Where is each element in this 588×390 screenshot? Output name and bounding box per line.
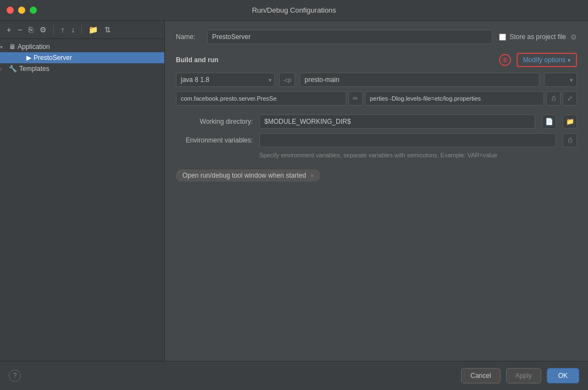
tree-item-prestoserver[interactable]: ▶ PrestoServer bbox=[0, 52, 164, 63]
prestoserver-icon: ▶ bbox=[26, 54, 31, 62]
last-select-wrapper bbox=[544, 73, 577, 87]
modify-options-button[interactable]: Modify options ▾ bbox=[517, 53, 577, 67]
name-input[interactable] bbox=[207, 30, 492, 44]
tag-chip-close-button[interactable]: × bbox=[310, 172, 314, 179]
minimize-button[interactable] bbox=[18, 7, 25, 14]
working-directory-row: Working directory: 📄 📁 bbox=[176, 114, 577, 129]
application-label: Application bbox=[18, 43, 50, 51]
expand-icon-application: ▾ bbox=[0, 44, 9, 50]
maximize-button[interactable] bbox=[30, 7, 37, 14]
tag-chip-container: Open run/debug tool window when started … bbox=[176, 164, 577, 182]
window-title: Run/Debug Configurations bbox=[252, 6, 336, 14]
working-directory-input[interactable] bbox=[259, 114, 535, 129]
working-dir-folder-icon[interactable]: 📁 bbox=[563, 114, 577, 129]
env-edit-icon[interactable]: ⎙ bbox=[563, 133, 577, 147]
section-right: ① Modify options ▾ bbox=[499, 53, 577, 67]
move-down-button[interactable]: ↓ bbox=[69, 24, 77, 35]
store-project-row: Store as project file ⚙ bbox=[499, 33, 577, 41]
env-variables-row: Environment variables: ⎙ bbox=[176, 133, 577, 147]
store-project-label: Store as project file bbox=[509, 33, 566, 41]
tag-chip-label: Open run/debug tool window when started bbox=[182, 172, 306, 179]
name-row: Name: Store as project file ⚙ bbox=[176, 30, 577, 44]
working-dir-browse-icon[interactable]: 📄 bbox=[542, 114, 556, 129]
cp-badge: -cp bbox=[279, 73, 295, 87]
chevron-down-icon: ▾ bbox=[568, 57, 570, 63]
title-bar: Run/Debug Configurations bbox=[0, 0, 588, 21]
numbered-badge: ① bbox=[499, 54, 511, 66]
vm-edit-icon[interactable]: ⎙ bbox=[546, 91, 561, 106]
tree-item-application[interactable]: ▾ 🖥 Application bbox=[0, 41, 164, 52]
tag-chip: Open run/debug tool window when started … bbox=[176, 169, 320, 182]
toolbar-separator-1 bbox=[53, 25, 54, 34]
folder-button[interactable]: 📁 bbox=[86, 24, 100, 35]
modify-options-label: Modify options bbox=[523, 56, 565, 64]
last-select[interactable] bbox=[544, 73, 577, 87]
build-run-title: Build and run bbox=[176, 56, 218, 64]
vm-options-input[interactable] bbox=[365, 91, 544, 106]
prestoserver-label: PrestoServer bbox=[34, 54, 72, 62]
java-select-row: java 8 1.8 -cp bbox=[176, 73, 577, 87]
module-class-row: ✏ ⎙ ⤢ bbox=[176, 91, 577, 106]
sort-button[interactable]: ⇅ bbox=[102, 24, 113, 35]
toolbar-separator-2 bbox=[81, 25, 82, 34]
sidebar-tree: ▾ 🖥 Application ▶ PrestoServer › 🔧 Templ… bbox=[0, 39, 164, 390]
vm-expand-icon[interactable]: ⤢ bbox=[563, 91, 577, 106]
remove-config-button[interactable]: − bbox=[15, 24, 24, 35]
env-variables-label: Environment variables: bbox=[176, 136, 253, 144]
java-select[interactable]: java 8 1.8 bbox=[176, 73, 275, 87]
main-container: + − ⎘ ⚙ ↑ ↓ 📁 ⇅ ▾ 🖥 Application ▶ Presto… bbox=[0, 21, 588, 390]
expand-icon-templates: › bbox=[0, 66, 9, 72]
content-area: Name: Store as project file ⚙ Build and … bbox=[165, 21, 588, 390]
store-project-checkbox[interactable] bbox=[499, 34, 506, 41]
bottom-bar: ? Cancel Apply OK bbox=[0, 361, 588, 390]
cancel-button[interactable]: Cancel bbox=[461, 368, 500, 383]
store-settings-icon[interactable]: ⚙ bbox=[570, 33, 577, 41]
ok-button[interactable]: OK bbox=[547, 368, 579, 383]
window-controls bbox=[7, 7, 37, 14]
sidebar-toolbar: + − ⎘ ⚙ ↑ ↓ 📁 ⇅ bbox=[0, 21, 164, 39]
copy-config-button[interactable]: ⎘ bbox=[26, 24, 35, 35]
tree-item-templates[interactable]: › 🔧 Templates bbox=[0, 63, 164, 74]
add-config-button[interactable]: + bbox=[4, 24, 13, 35]
working-directory-label: Working directory: bbox=[176, 118, 253, 125]
apply-button[interactable]: Apply bbox=[506, 368, 541, 383]
close-button[interactable] bbox=[7, 7, 14, 14]
bottom-left: ? bbox=[9, 370, 21, 382]
build-run-section-header: Build and run ① Modify options ▾ bbox=[176, 53, 577, 67]
module-edit-icon[interactable]: ✏ bbox=[348, 91, 363, 106]
env-variables-input[interactable] bbox=[259, 133, 556, 147]
module-class-input[interactable] bbox=[176, 91, 346, 106]
templates-label: Templates bbox=[19, 65, 49, 73]
settings-config-button[interactable]: ⚙ bbox=[37, 24, 49, 35]
sidebar: + − ⎘ ⚙ ↑ ↓ 📁 ⇅ ▾ 🖥 Application ▶ Presto… bbox=[0, 21, 165, 390]
help-button[interactable]: ? bbox=[9, 370, 21, 382]
templates-icon: 🔧 bbox=[9, 65, 17, 73]
application-icon: 🖥 bbox=[9, 43, 15, 51]
env-hint: Specify environment variables, separate … bbox=[259, 152, 577, 158]
java-select-wrapper: java 8 1.8 bbox=[176, 73, 275, 87]
name-label: Name: bbox=[176, 33, 201, 41]
cp-value-input[interactable] bbox=[299, 73, 540, 87]
move-up-button[interactable]: ↑ bbox=[58, 24, 66, 35]
